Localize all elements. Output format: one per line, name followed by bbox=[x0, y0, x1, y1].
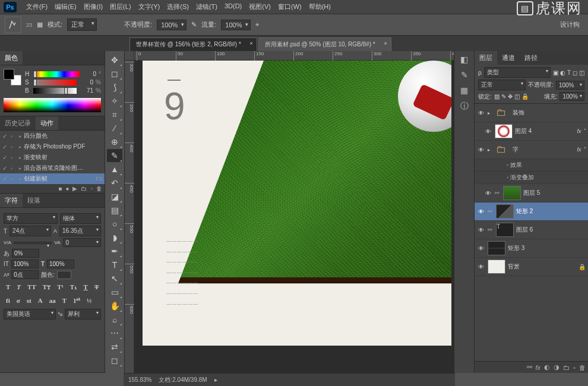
marquee-tool[interactable]: ◻ bbox=[107, 67, 122, 80]
eyedropper-tool[interactable]: ⁄ bbox=[107, 122, 122, 135]
path-tool[interactable]: ↖ bbox=[107, 272, 122, 285]
ligature-icon[interactable]: fi bbox=[4, 295, 12, 306]
oldstyle-icon[interactable]: σ bbox=[14, 295, 23, 306]
lock-all-icon[interactable]: 🔒 bbox=[521, 93, 529, 100]
menu-2[interactable]: 图像(I) bbox=[80, 1, 106, 12]
superscript-icon[interactable]: T¹ bbox=[55, 281, 66, 293]
stamp-tool[interactable]: ▲ bbox=[107, 163, 122, 176]
ruler-vertical[interactable]: 300350400450500550600 bbox=[125, 61, 134, 373]
fill-dropdown[interactable]: 100% bbox=[559, 92, 584, 101]
layer-thumb[interactable]: T bbox=[496, 223, 514, 237]
character-tab[interactable]: 字符 bbox=[0, 194, 23, 207]
menu-4[interactable]: 文字(Y) bbox=[135, 1, 164, 12]
blend-dropdown[interactable]: 正常 bbox=[478, 80, 526, 90]
group-icon[interactable]: 🗀 bbox=[563, 364, 570, 371]
new-set-icon[interactable]: 🗀 bbox=[81, 185, 87, 192]
lock-pos-icon[interactable]: ✥ bbox=[508, 93, 513, 100]
tsume-input[interactable] bbox=[12, 249, 39, 258]
allcaps-icon[interactable]: TT bbox=[25, 281, 39, 293]
layer-item-9[interactable]: 👁背景🔒 bbox=[475, 258, 588, 276]
current-tool-icon[interactable] bbox=[5, 17, 21, 33]
delete-layer-icon[interactable]: 🗑 bbox=[579, 364, 586, 371]
actions-tab[interactable]: 动作 bbox=[36, 116, 58, 130]
filter-type-icon[interactable]: T bbox=[567, 69, 571, 76]
action-item-3[interactable]: ✓▫▸混合器画笔克隆绘图… bbox=[0, 163, 105, 173]
history-brush-tool[interactable]: ↶ bbox=[107, 176, 122, 189]
adjustment-icon[interactable]: ◑ bbox=[554, 363, 559, 371]
subscript-icon[interactable]: T₁ bbox=[68, 281, 80, 293]
wand-tool[interactable]: ✧ bbox=[107, 94, 122, 107]
layer-item-7[interactable]: 👁⚯T图层 6 bbox=[475, 221, 588, 239]
filter-shape-icon[interactable]: ◻ bbox=[573, 69, 577, 76]
menu-0[interactable]: 文件(F) bbox=[23, 1, 51, 12]
lasso-tool[interactable]: ⟆ bbox=[107, 81, 122, 94]
ruler-horizontal[interactable]: 050100150200250300350400 bbox=[134, 51, 454, 61]
tab-close-icon[interactable]: × bbox=[384, 40, 387, 46]
filter-pixel-icon[interactable]: ▣ bbox=[553, 69, 558, 76]
gradient-tool[interactable]: ▤ bbox=[107, 204, 122, 217]
move-tool[interactable]: ✥ bbox=[107, 53, 122, 67]
action-item-0[interactable]: ✓▫▸四分颜色 bbox=[0, 131, 105, 141]
doc-tab-0[interactable]: 世界杯宣传 @ 156% (矩形 2, RGB/8#) *× bbox=[129, 37, 257, 51]
filter-adjust-icon[interactable]: ◐ bbox=[560, 69, 565, 76]
menu-1[interactable]: 编辑(E) bbox=[51, 1, 80, 12]
layer-item-1[interactable]: 👁图层 4fx ˅ bbox=[475, 122, 588, 141]
leading-dropdown[interactable]: 16.35点 bbox=[59, 226, 101, 236]
zoom-tool[interactable]: ⌕ bbox=[107, 313, 122, 326]
bold-icon[interactable]: T bbox=[4, 281, 12, 293]
weight-dropdown[interactable]: 细体 bbox=[60, 213, 101, 224]
text-color-swatch[interactable] bbox=[57, 271, 71, 279]
visibility-icon[interactable]: 👁 bbox=[484, 128, 492, 135]
underline-icon[interactable]: T bbox=[81, 281, 90, 293]
hand-tool[interactable]: ✋ bbox=[107, 299, 122, 312]
brush-preset-icon[interactable]: ▦ bbox=[37, 21, 43, 29]
delete-action-icon[interactable]: 🗑 bbox=[96, 185, 102, 192]
history-icon[interactable]: ◧ bbox=[460, 55, 468, 64]
action-item-4[interactable]: ✓▫▸创建新帧F3 bbox=[0, 173, 105, 184]
info-icon[interactable]: ⓘ bbox=[460, 101, 469, 112]
pen-tool[interactable]: ✒ bbox=[107, 245, 122, 258]
lock-artboard-icon[interactable]: ◫ bbox=[514, 93, 520, 100]
rect-tool[interactable]: ▭ bbox=[107, 286, 122, 299]
firstcap-icon[interactable]: 1ˢᵗ bbox=[71, 295, 83, 306]
layer-item-8[interactable]: 👁矩形 3 bbox=[475, 239, 588, 258]
link-layers-icon[interactable]: ⚯ bbox=[527, 363, 532, 371]
play-icon[interactable]: ▶ bbox=[72, 185, 77, 192]
heal-tool[interactable]: ⊕ bbox=[107, 135, 122, 148]
layer-item-3[interactable]: ◦ 效果 bbox=[475, 159, 588, 172]
status-arrow-icon[interactable]: ▸ bbox=[214, 376, 217, 383]
layer-item-0[interactable]: 👁▸🗀装饰 bbox=[475, 104, 588, 122]
type-tool[interactable]: T bbox=[107, 258, 122, 271]
italic-icon[interactable]: T bbox=[14, 281, 23, 293]
layer-item-5[interactable]: 👁⚯图层 5 bbox=[475, 184, 588, 203]
workspace-label[interactable]: 设计狗 bbox=[560, 20, 580, 29]
foreground-swatch[interactable] bbox=[4, 69, 14, 80]
record-icon[interactable]: ● bbox=[65, 185, 69, 192]
vscale-input[interactable] bbox=[11, 260, 39, 268]
opacity-dropdown[interactable]: 100% bbox=[157, 20, 186, 30]
menu-3[interactable]: 图层(L) bbox=[106, 1, 134, 12]
baseline-input[interactable] bbox=[11, 270, 39, 279]
titling-icon[interactable]: A bbox=[36, 295, 45, 306]
layer-item-4[interactable]: ◦ 渐变叠加 bbox=[475, 172, 588, 184]
kerning-dropdown[interactable] bbox=[14, 242, 52, 244]
doc-tab-1[interactable]: 所用素材.psd @ 50% (图层 10, RGB/8#) *× bbox=[258, 37, 391, 51]
edit-toolbar-tool[interactable]: ⋯ bbox=[107, 327, 122, 340]
aa-dropdown[interactable]: 犀利 bbox=[65, 309, 101, 319]
layer-thumb[interactable] bbox=[503, 186, 521, 200]
layers-tab[interactable]: 图层 bbox=[475, 51, 497, 65]
hscale-input[interactable] bbox=[47, 260, 74, 268]
action-item-1[interactable]: ✓▫▸存储为 Photoshop PDF bbox=[0, 141, 105, 152]
spectrum-picker[interactable] bbox=[4, 98, 101, 112]
filter-smart-icon[interactable]: ◫ bbox=[579, 69, 584, 76]
new-action-icon[interactable]: ▫ bbox=[90, 185, 93, 192]
size-dropdown[interactable]: 24点 bbox=[10, 226, 51, 236]
fraction-icon[interactable]: T bbox=[60, 295, 69, 306]
canvas[interactable]: 9 ——————————————————————————————————————… bbox=[143, 61, 451, 346]
visibility-icon[interactable]: 👁 bbox=[477, 245, 485, 252]
layer-thumb[interactable] bbox=[488, 260, 505, 274]
stop-icon[interactable]: ■ bbox=[58, 185, 62, 192]
default-tool[interactable]: ◻ bbox=[107, 354, 122, 367]
hue-slider[interactable] bbox=[33, 71, 80, 77]
crop-tool[interactable]: ⌗ bbox=[107, 108, 122, 121]
